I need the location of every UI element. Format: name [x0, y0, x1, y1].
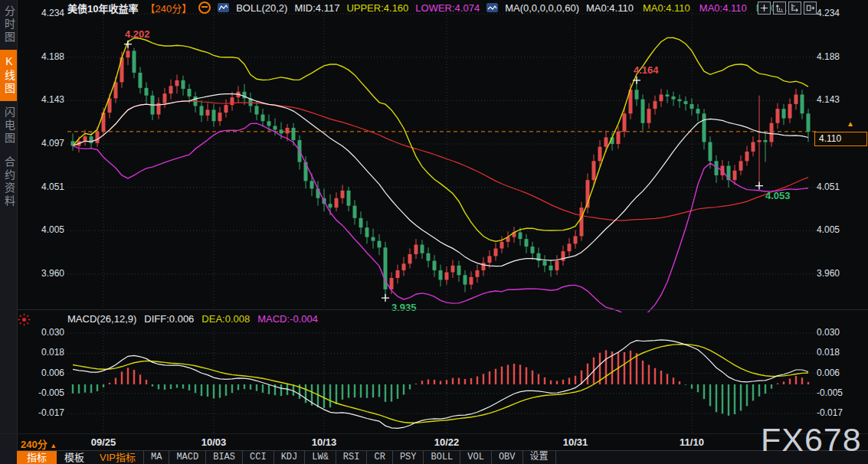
boll-lower-value: LOWER:4.074: [415, 2, 480, 14]
toolbar-item-VIP指标[interactable]: VIP指标: [92, 451, 143, 464]
ma-value-2: MA0:4.110: [643, 2, 690, 14]
scale-horizontal-icon[interactable]: [788, 2, 801, 15]
current-price-badge: 4.110: [814, 132, 867, 146]
macd-tick-left: -0.005: [0, 387, 64, 398]
price-tick-left: 4.005: [0, 224, 64, 235]
toolbar-item-模板[interactable]: 模板: [57, 451, 92, 464]
boll-upper-value: UPPER:4.160: [346, 2, 408, 14]
date-label: 10/03: [201, 436, 227, 448]
toolbar-item-指标[interactable]: 指标: [17, 451, 57, 464]
toolbar-item-RSI[interactable]: RSI: [336, 451, 367, 464]
macd-hist-value: MACD:-0.004: [257, 313, 318, 325]
candlestick-chart[interactable]: 4.2024.1643.9354.053: [67, 9, 817, 312]
date-label: 09/25: [91, 436, 116, 448]
toolbar-item-BIAS[interactable]: BIAS: [205, 451, 242, 464]
toolbar-item-VOL[interactable]: VOL: [460, 451, 491, 464]
chart-app-window: 分时图K线图闪电图合约资料 美债10年收益率 【240分】 BOLL(20,2)…: [0, 0, 868, 464]
pane-divider: [17, 309, 868, 310]
scale-vertical-icon[interactable]: [773, 2, 786, 15]
price-tick-left: 4.143: [0, 94, 64, 105]
price-tick-right: 4.234: [817, 8, 840, 18]
chart-tool-icons: [758, 2, 817, 15]
toolbar-item-MACD[interactable]: MACD: [169, 451, 205, 464]
ma-value-3: MA0:4.110: [699, 2, 747, 14]
macd-label: MACD(26,12,9): [67, 313, 136, 325]
toolbar-item-MA[interactable]: MA: [143, 451, 169, 464]
price-tick-left: 3.960: [0, 268, 64, 279]
price-tick-right: 3.960: [817, 268, 840, 279]
collapse-indicator-icon[interactable]: [198, 2, 211, 14]
macd-tick-right: 0.006: [817, 368, 840, 378]
date-label: 10/13: [312, 436, 337, 448]
period-selector[interactable]: 240分 ▲: [21, 436, 57, 451]
macd-diff-value: DIFF:0.006: [144, 313, 194, 325]
boll-chart-icon[interactable]: [218, 3, 229, 12]
macd-dea-value: DEA:0.008: [201, 313, 250, 325]
date-label: 10/31: [563, 436, 588, 448]
price-tick-left: 4.097: [0, 138, 64, 149]
period-badge[interactable]: 【240分】: [145, 1, 192, 15]
ma-label: MA(0,0,0,0,0,60): [505, 2, 579, 14]
time-axis: 240分 ▲ 09/2510/0310/1310/2210/3111/10: [0, 433, 868, 450]
price-tick-left: 4.051: [0, 181, 64, 192]
toolbar-item-LW&[interactable]: LW&: [304, 451, 336, 464]
pane-expand-icon[interactable]: [804, 2, 817, 15]
macd-chart[interactable]: [67, 328, 817, 433]
date-label: 11/10: [680, 436, 704, 448]
indicator-toolbar: 指标模板VIP指标MAMACDBIASCCIKDJLW&RSICRPSYBOLL…: [17, 450, 868, 464]
macd-tick-left: -0.017: [0, 407, 64, 418]
price-tick-right: 4.051: [817, 181, 840, 192]
crosshair-icon[interactable]: [758, 2, 771, 15]
boll-label: BOLL(20,2): [236, 2, 287, 14]
svg-text:4.202: 4.202: [125, 28, 150, 40]
price-tick-right: 4.005: [817, 224, 840, 235]
macd-tick-right: 0.030: [817, 327, 840, 338]
ma-chart-icon[interactable]: [486, 3, 498, 12]
alarm-icon[interactable]: [18, 313, 31, 329]
macd-tick-left: 0.030: [0, 327, 64, 338]
macd-tick-left: 0.006: [0, 368, 64, 378]
svg-text:3.935: 3.935: [391, 302, 417, 312]
macd-tick-right: 0.018: [817, 347, 840, 358]
date-label: 10/22: [434, 436, 460, 448]
indicator-header: 美债10年收益率 【240分】 BOLL(20,2) MID:4.117 UPP…: [67, 1, 793, 15]
boll-mid-value: MID:4.117: [294, 2, 339, 14]
toolbar-item-CR[interactable]: CR: [366, 451, 391, 464]
svg-text:4.053: 4.053: [765, 190, 791, 201]
price-up-arrow-icon: ▲: [847, 119, 854, 128]
macd-tick-left: 0.018: [0, 347, 64, 358]
macd-tick-right: -0.005: [817, 387, 843, 398]
price-tick-right: 4.188: [817, 51, 840, 62]
toolbar-item-BOLL[interactable]: BOLL: [423, 451, 460, 464]
watermark: FX678: [761, 421, 862, 459]
toolbar-item-CCI[interactable]: CCI: [242, 451, 274, 464]
toolbar-item-PSY[interactable]: PSY: [392, 451, 424, 464]
svg-text:4.164: 4.164: [634, 64, 659, 76]
ma-value-1: MA0:4.110: [586, 2, 634, 14]
price-tick-left: 4.188: [0, 51, 64, 62]
price-tick-right: 4.143: [817, 94, 840, 105]
instrument-title: 美债10年收益率: [67, 1, 138, 15]
toolbar-item-设置[interactable]: 设置: [522, 451, 556, 464]
price-tick-left: 4.234: [0, 8, 64, 18]
toolbar-item-OBV[interactable]: OBV: [491, 451, 522, 464]
toolbar-item-KDJ[interactable]: KDJ: [274, 451, 305, 464]
macd-tick-right: -0.017: [817, 407, 843, 418]
macd-header: MACD(26,12,9) DIFF:0.006 DEA:0.008 MACD:…: [67, 313, 318, 325]
